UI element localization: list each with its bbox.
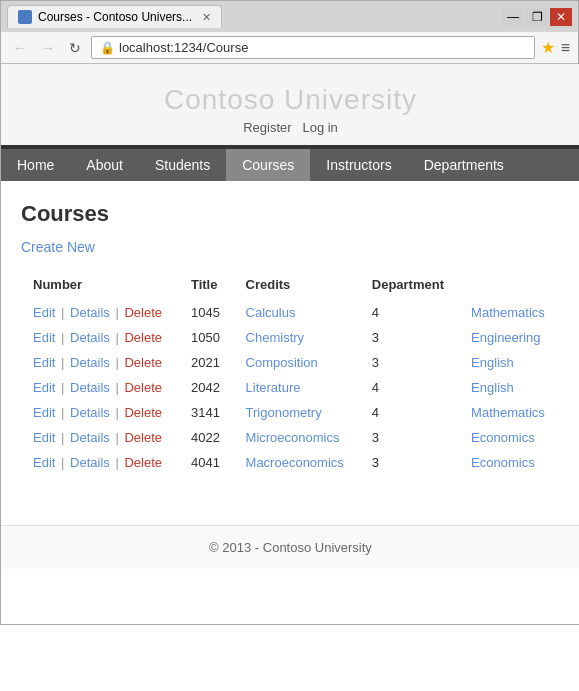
- nav-departments[interactable]: Departments: [408, 149, 520, 181]
- create-new-link[interactable]: Create New: [21, 239, 95, 255]
- course-number: 1045: [179, 300, 234, 325]
- details-link[interactable]: Details: [70, 380, 110, 395]
- course-credits: 4: [360, 375, 459, 400]
- tab-favicon: [18, 10, 32, 24]
- delete-link[interactable]: Delete: [124, 355, 162, 370]
- nav-about[interactable]: About: [70, 149, 139, 181]
- sep2: |: [115, 430, 118, 445]
- course-title-link[interactable]: Microeconomics: [246, 430, 340, 445]
- sep2: |: [115, 355, 118, 370]
- delete-link[interactable]: Delete: [124, 330, 162, 345]
- details-link[interactable]: Details: [70, 455, 110, 470]
- site-footer: © 2013 - Contoso University: [1, 525, 579, 569]
- table-row: Edit | Details | Delete 3141 Trigonometr…: [21, 400, 560, 425]
- site-auth: Register Log in: [1, 120, 579, 135]
- action-cell: Edit | Details | Delete: [21, 400, 179, 425]
- course-credits: 3: [360, 425, 459, 450]
- nav-courses[interactable]: Courses: [226, 149, 310, 181]
- courses-table: Number Title Credits Department Edit | D…: [21, 271, 560, 475]
- col-header-title: Title: [179, 271, 234, 300]
- action-cell: Edit | Details | Delete: [21, 300, 179, 325]
- title-bar: Courses - Contoso Univers... ✕ — ❐ ✕: [1, 1, 578, 32]
- register-link[interactable]: Register: [243, 120, 291, 135]
- course-number: 4022: [179, 425, 234, 450]
- address-bar: ← → ↻ 🔒 localhost:1234/Course ★ ≡: [1, 32, 578, 64]
- edit-link[interactable]: Edit: [33, 305, 55, 320]
- details-link[interactable]: Details: [70, 405, 110, 420]
- page-content: Contoso University Register Log in Home …: [1, 64, 579, 624]
- course-title: Macroeconomics: [234, 450, 360, 475]
- course-department: Economics: [459, 450, 560, 475]
- table-row: Edit | Details | Delete 1050 Chemistry 3…: [21, 325, 560, 350]
- course-number: 1050: [179, 325, 234, 350]
- minimize-button[interactable]: —: [502, 8, 524, 26]
- edit-link[interactable]: Edit: [33, 380, 55, 395]
- details-link[interactable]: Details: [70, 305, 110, 320]
- sep2: |: [115, 405, 118, 420]
- bookmark-icon[interactable]: ★: [541, 38, 555, 57]
- nav-home[interactable]: Home: [1, 149, 70, 181]
- course-department: Mathematics: [459, 300, 560, 325]
- sep2: |: [115, 330, 118, 345]
- course-credits: 3: [360, 350, 459, 375]
- details-link[interactable]: Details: [70, 430, 110, 445]
- edit-link[interactable]: Edit: [33, 405, 55, 420]
- course-title: Literature: [234, 375, 360, 400]
- delete-link[interactable]: Delete: [124, 305, 162, 320]
- back-button[interactable]: ←: [9, 38, 31, 58]
- sep2: |: [115, 305, 118, 320]
- window-controls: — ❐ ✕: [502, 8, 572, 26]
- delete-link[interactable]: Delete: [124, 430, 162, 445]
- refresh-button[interactable]: ↻: [65, 38, 85, 58]
- forward-button[interactable]: →: [37, 38, 59, 58]
- course-title-link[interactable]: Composition: [246, 355, 318, 370]
- action-cell: Edit | Details | Delete: [21, 375, 179, 400]
- col-header-number: Number: [21, 271, 179, 300]
- nav-instructors[interactable]: Instructors: [310, 149, 407, 181]
- course-title: Chemistry: [234, 325, 360, 350]
- url-bar[interactable]: 🔒 localhost:1234/Course: [91, 36, 535, 59]
- edit-link[interactable]: Edit: [33, 455, 55, 470]
- tab-close-button[interactable]: ✕: [202, 11, 211, 24]
- maximize-button[interactable]: ❐: [526, 8, 548, 26]
- details-link[interactable]: Details: [70, 355, 110, 370]
- delete-link[interactable]: Delete: [124, 455, 162, 470]
- table-row: Edit | Details | Delete 4022 Microeconom…: [21, 425, 560, 450]
- col-header-credits: Credits: [234, 271, 360, 300]
- sep1: |: [61, 405, 64, 420]
- course-credits: 3: [360, 450, 459, 475]
- course-title: Calculus: [234, 300, 360, 325]
- sep1: |: [61, 305, 64, 320]
- delete-link[interactable]: Delete: [124, 380, 162, 395]
- course-credits: 4: [360, 300, 459, 325]
- menu-icon[interactable]: ≡: [561, 39, 570, 57]
- action-cell: Edit | Details | Delete: [21, 425, 179, 450]
- course-department: Engineering: [459, 325, 560, 350]
- sep2: |: [115, 455, 118, 470]
- sep1: |: [61, 455, 64, 470]
- course-title-link[interactable]: Trigonometry: [246, 405, 322, 420]
- course-title-link[interactable]: Calculus: [246, 305, 296, 320]
- action-cell: Edit | Details | Delete: [21, 325, 179, 350]
- course-title-link[interactable]: Macroeconomics: [246, 455, 344, 470]
- delete-link[interactable]: Delete: [124, 405, 162, 420]
- course-department: English: [459, 375, 560, 400]
- details-link[interactable]: Details: [70, 330, 110, 345]
- course-number: 3141: [179, 400, 234, 425]
- course-title: Composition: [234, 350, 360, 375]
- tab-title: Courses - Contoso Univers...: [38, 10, 192, 24]
- course-title: Trigonometry: [234, 400, 360, 425]
- edit-link[interactable]: Edit: [33, 430, 55, 445]
- url-text: localhost:1234/Course: [119, 40, 526, 55]
- course-credits: 3: [360, 325, 459, 350]
- col-header-department: Department: [360, 271, 459, 300]
- course-title-link[interactable]: Literature: [246, 380, 301, 395]
- edit-link[interactable]: Edit: [33, 355, 55, 370]
- close-button[interactable]: ✕: [550, 8, 572, 26]
- login-link[interactable]: Log in: [302, 120, 337, 135]
- course-title-link[interactable]: Chemistry: [246, 330, 305, 345]
- edit-link[interactable]: Edit: [33, 330, 55, 345]
- course-title: Microeconomics: [234, 425, 360, 450]
- browser-tab[interactable]: Courses - Contoso Univers... ✕: [7, 5, 222, 28]
- nav-students[interactable]: Students: [139, 149, 226, 181]
